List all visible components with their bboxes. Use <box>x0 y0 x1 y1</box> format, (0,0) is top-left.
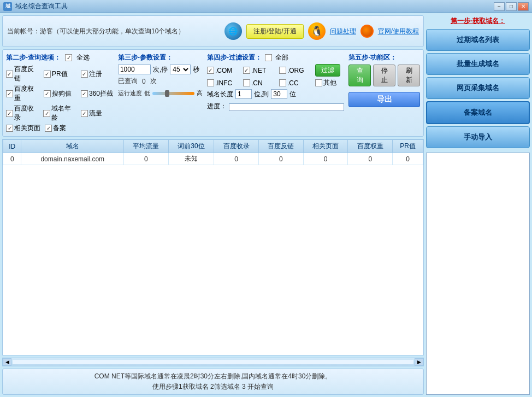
cb-beian-label: 备案 <box>53 124 66 133</box>
filter-infc-check[interactable] <box>207 79 214 86</box>
filter-net-check[interactable] <box>243 67 250 74</box>
batch-generate-button[interactable]: 批量生成域名 <box>426 53 530 75</box>
already-query-value: 0 <box>142 78 146 85</box>
filter-other: 其他 <box>315 78 348 87</box>
export-button[interactable]: 导出 <box>348 92 420 107</box>
filter-cn: .CN <box>243 79 276 87</box>
horizontal-scrollbar[interactable]: ◀ ▶ <box>2 358 424 366</box>
cb-sogou-label: 搜狗值 <box>52 89 72 98</box>
cb-360: 360拦截 <box>81 84 114 103</box>
cell-word30: 未知 <box>168 153 214 165</box>
filter-other-label: 其他 <box>323 78 336 87</box>
col-avg-flow: 平均流量 <box>124 140 169 153</box>
cb-baidu-index-check[interactable] <box>6 110 13 117</box>
cb-baidu-links-check[interactable] <box>6 71 13 78</box>
filter-infc: .INFC <box>207 79 240 87</box>
cb-related-check[interactable] <box>6 125 13 132</box>
filter-cn-check[interactable] <box>243 79 250 86</box>
check-all-checkbox[interactable] <box>65 54 72 61</box>
cb-beian-check[interactable] <box>45 125 52 132</box>
col-baidu-links: 百度反链 <box>258 140 303 153</box>
filter-org-label: .ORG <box>287 67 304 74</box>
query-count-input[interactable] <box>118 65 151 74</box>
col-baidu-index: 百度收录 <box>214 140 259 153</box>
bottom-line1: COM NET等国际域名通常在凌晨2时30分左右删除,国内域名通常在4时30分删… <box>7 371 419 382</box>
app-icon: 域 <box>3 2 12 11</box>
cb-360-check[interactable] <box>81 90 88 97</box>
speed-row: 运行速度 低 高 <box>118 89 203 97</box>
table-header-row: ID 域名 平均流量 词前30位 百度收录 百度反链 相关页面 百度权重 PR值 <box>3 140 423 153</box>
slider-thumb <box>165 90 169 97</box>
speed-label: 运行速度 <box>118 89 142 97</box>
cb-domain-age-check[interactable] <box>43 110 50 117</box>
speed-slider[interactable] <box>152 92 194 95</box>
cb-flow-label: 流量 <box>89 109 102 118</box>
manual-import-button[interactable]: 手动导入 <box>426 126 530 148</box>
app-title: 域名综合查询工具 <box>15 2 494 11</box>
cb-register: 注册 <box>81 65 114 83</box>
cb-flow: 流量 <box>81 104 114 122</box>
checkbox-row-3: 百度收录 域名年龄 流量 <box>6 104 114 122</box>
webpage-collect-button[interactable]: 网页采集域名 <box>426 77 530 99</box>
table-header: ID 域名 平均流量 词前30位 百度收录 百度反链 相关页面 百度权重 PR值 <box>3 140 423 153</box>
domain-textarea[interactable] <box>426 153 530 395</box>
col-domain: 域名 <box>21 140 124 153</box>
filter-row-2: .INFC .CN .CC 其他 <box>207 78 344 87</box>
data-table-container: ID 域名 平均流量 词前30位 百度收录 百度反链 相关页面 百度权重 PR值… <box>2 139 424 355</box>
play-button[interactable] <box>360 25 374 38</box>
scroll-track[interactable] <box>13 360 413 364</box>
window-controls: − □ ✕ <box>494 2 529 11</box>
table-row: 0 domain.naxemail.com 0 未知 0 0 0 0 0 <box>3 153 423 165</box>
cb-baidu-weight-check[interactable] <box>6 90 13 97</box>
expired-domains-button[interactable]: 过期域名列表 <box>426 29 530 51</box>
help-button[interactable]: 问题处理 <box>330 27 356 36</box>
filter-com-check[interactable] <box>207 67 214 74</box>
scroll-left-arrow[interactable]: ◀ <box>3 358 11 366</box>
tutorial-button[interactable]: 官网/使用教程 <box>378 27 419 36</box>
filter-button[interactable]: 过滤 <box>315 64 340 77</box>
close-button[interactable]: ✕ <box>518 2 529 11</box>
step3-title: 第三步-参数设置： <box>118 53 203 62</box>
func-row-1: 查询 停止 刷新 <box>348 65 420 86</box>
cb-flow-check[interactable] <box>81 110 88 117</box>
cb-sogou-check[interactable] <box>44 90 51 97</box>
filter-org-check[interactable] <box>279 67 286 74</box>
maximize-button[interactable]: □ <box>506 2 517 11</box>
filter-cc-check[interactable] <box>279 79 286 86</box>
scroll-right-arrow[interactable]: ▶ <box>415 358 423 366</box>
from-label: 位,到 <box>254 90 269 99</box>
filter-cn-label: .CN <box>251 79 263 87</box>
domain-length-from[interactable] <box>235 89 252 99</box>
times-label: 次 <box>150 77 157 86</box>
cb-register-check[interactable] <box>81 71 88 78</box>
bottom-bar: COM NET等国际域名通常在凌晨2时30分左右删除,国内域名通常在4时30分删… <box>2 369 424 395</box>
cb-pr-check[interactable] <box>44 71 51 78</box>
checkbox-row-4: 相关页面 备案 <box>6 124 114 133</box>
cell-baidu-links: 0 <box>258 153 303 165</box>
cell-avg-flow: 0 <box>124 153 169 165</box>
filter-all-label: 全部 <box>275 53 288 62</box>
domain-length-to[interactable] <box>271 89 287 99</box>
login-button[interactable]: 注册/登陆/开通 <box>246 24 304 39</box>
cell-id: 0 <box>3 153 21 165</box>
checkbox-row-2: 百度权重 搜狗值 360拦截 <box>6 84 114 103</box>
minimize-button[interactable]: − <box>494 2 505 11</box>
check-all-label: 全选 <box>76 53 90 62</box>
cb-domain-age: 域名年龄 <box>43 104 76 122</box>
cb-sogou: 搜狗值 <box>44 84 76 103</box>
filter-other-check[interactable] <box>315 79 322 86</box>
col-baidu-weight: 百度权重 <box>348 140 393 153</box>
globe-icon: 🌐 <box>224 22 242 40</box>
beian-domain-button[interactable]: 备案域名 <box>426 101 530 124</box>
step3-section: 第三步-参数设置： 次,停 45 30 60 秒 已查询 0 次 <box>118 53 203 97</box>
step2-title: 第二步-查询选项： <box>6 53 61 62</box>
filter-cc: .CC <box>279 79 312 87</box>
filter-net-label: .NET <box>251 67 266 74</box>
filter-all-check[interactable] <box>265 54 272 61</box>
query-button[interactable]: 查询 <box>348 65 371 86</box>
main-container: 当前帐号：游客（可以使用大部分功能，单次查询10个域名） 🌐 注册/登陆/开通 … <box>0 13 532 397</box>
stop-button[interactable]: 停止 <box>373 65 395 86</box>
refresh-button[interactable]: 刷新 <box>398 65 420 86</box>
filter-org: .ORG <box>279 67 312 74</box>
pause-select[interactable]: 45 30 60 <box>170 65 191 74</box>
